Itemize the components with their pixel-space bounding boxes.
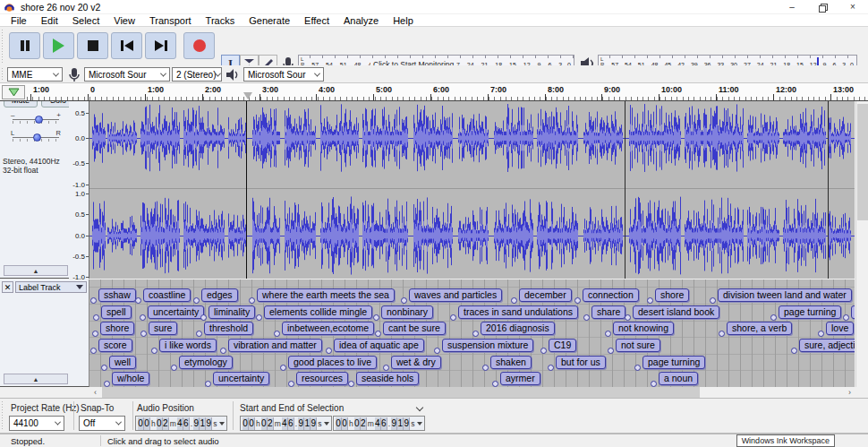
label-chip[interactable]: shaken [490,356,532,369]
label-handle-icon[interactable] [482,365,489,371]
field-dropdown-icon[interactable] [219,422,225,426]
label-text[interactable]: resources [302,373,343,383]
label-text[interactable]: not sure [621,340,655,350]
menu-effect[interactable]: Effect [297,15,336,26]
label-text[interactable]: liminality [214,306,250,317]
label-chip[interactable]: waves and particles [409,288,502,302]
label-handle-icon[interactable] [92,331,98,337]
label-handle-icon[interactable] [256,314,262,321]
label-text[interactable]: good places to live [294,357,371,367]
label-text[interactable]: threshold [209,322,248,333]
close-button[interactable]: × [838,0,868,14]
label-text[interactable]: edges [207,289,233,300]
label-chip[interactable]: desert island book [633,305,719,319]
label-handle-icon[interactable] [140,331,147,337]
time-digit[interactable]: 4 [375,417,381,430]
label-text[interactable]: desert island book [638,306,714,317]
label-text[interactable]: spell [106,306,126,317]
label-chip[interactable]: spell [101,305,132,319]
time-digit[interactable]: 0 [138,417,144,430]
label-handle-icon[interactable] [511,297,517,304]
timeline-ruler[interactable]: 1:0001:002:003:004:005:006:007:008:009:0… [0,83,868,101]
label-text[interactable]: shaken [496,357,526,367]
label-text[interactable]: a noun [664,373,693,383]
time-digit[interactable]: 9 [206,417,212,430]
label-track-area[interactable]: sshawcoastlineedgeswhere the earth meets… [89,279,855,387]
label-text[interactable]: page turning [784,306,836,317]
skip-to-end-button[interactable] [145,32,176,59]
menu-generate[interactable]: Generate [242,15,297,26]
time-digit[interactable]: 0 [144,417,150,430]
device-grip[interactable] [1,67,4,81]
pause-button[interactable] [9,32,40,59]
record-button[interactable] [183,32,215,59]
label-chip[interactable]: ayrmer [500,372,540,385]
gain-thumb[interactable] [35,116,43,124]
snap-to-select[interactable]: Off [79,416,125,431]
time-digit[interactable]: 0 [249,417,255,430]
recording-device-select[interactable]: Microsoft Sour [84,67,170,82]
mute-button[interactable]: Mute [4,101,38,107]
time-unit[interactable]: h [348,419,354,428]
label-chip[interactable]: not knowing [613,322,674,335]
time-digit[interactable]: 9 [311,417,317,430]
label-text[interactable]: suspension mixture [447,340,528,350]
label-chip[interactable]: uncertainty [213,372,269,385]
label-handle-icon[interactable] [791,348,797,354]
label-text[interactable]: sshaw [104,289,131,300]
vertical-scrollbar-thumb[interactable] [857,104,868,220]
label-chip[interactable]: shore [655,288,689,302]
label-handle-icon[interactable] [651,381,657,387]
label-handle-icon[interactable] [104,381,110,387]
label-chip[interactable]: division tween land and water [718,288,852,302]
label-handle-icon[interactable] [843,314,849,321]
selection-end-field[interactable]: 00h02m46.919s [333,416,425,431]
label-handle-icon[interactable] [249,297,255,304]
label-track-collapse-button[interactable]: ▲ [4,374,68,384]
label-handle-icon[interactable] [472,331,479,337]
time-digit[interactable]: 0 [336,417,342,430]
label-handle-icon[interactable] [135,297,141,304]
recording-channels-select[interactable]: 2 (Stereo) [172,67,222,82]
play-button[interactable] [43,32,74,59]
label-chip[interactable]: score [98,339,132,352]
menu-edit[interactable]: Edit [34,15,65,26]
time-digit[interactable]: 6 [183,417,190,430]
label-chip[interactable]: i like words [159,339,217,352]
label-handle-icon[interactable] [401,297,407,304]
label-text[interactable]: waves and particles [414,289,497,300]
label-chip[interactable]: a noun [659,372,698,385]
label-handle-icon[interactable] [383,365,389,371]
time-digit[interactable]: 4 [282,417,288,430]
field-dropdown-icon[interactable] [417,422,422,426]
label-text[interactable]: december [524,289,566,300]
label-text[interactable]: shore, a verb [732,322,787,333]
label-text[interactable]: i like words [165,340,211,350]
minimize-button[interactable]: – [777,0,807,14]
label-chip[interactable]: well [109,356,136,369]
menu-transport[interactable]: Transport [142,15,199,26]
label-handle-icon[interactable] [540,348,547,354]
project-rate-select[interactable]: 44100 [9,416,64,431]
label-handle-icon[interactable] [625,314,631,321]
time-digit[interactable]: 9 [391,417,397,430]
label-chip[interactable]: connection [583,288,639,302]
label-text[interactable]: etymology [184,357,227,367]
label-track-menu-button[interactable]: Label Track [15,281,87,293]
label-chip[interactable]: share [591,305,625,319]
label-track-close-button[interactable]: ✕ [2,281,13,293]
label-chip[interactable]: but for us [556,356,606,369]
label-chip[interactable]: etymology [179,356,233,369]
label-text[interactable]: wet & dry [396,357,436,367]
label-handle-icon[interactable] [196,331,202,337]
horizontal-scrollbar-thumb[interactable] [102,387,700,398]
label-text[interactable]: love [831,322,848,333]
playback-device-select[interactable]: Microsoft Sour [243,67,324,82]
pan-slider[interactable]: LR [5,130,66,142]
label-text[interactable]: idea of aquatic ape [339,340,419,350]
vertical-scrollbar[interactable] [855,101,868,387]
label-text[interactable]: traces in sand undulations [464,306,573,317]
label-text[interactable]: uncertainty [218,373,264,383]
label-chip[interactable]: coastline [143,288,191,302]
label-text[interactable]: sure, adjective [804,340,855,350]
